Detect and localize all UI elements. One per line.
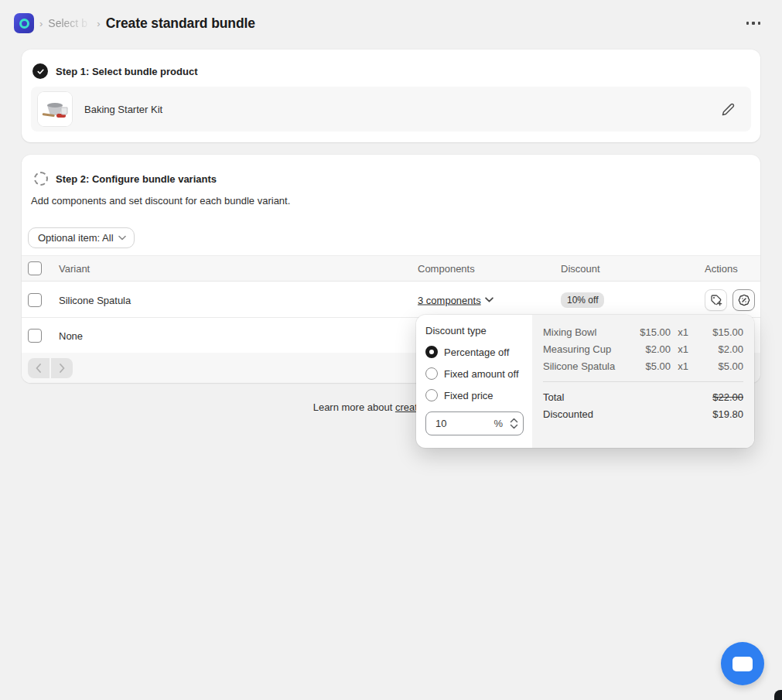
radio-icon (425, 389, 438, 401)
discounted-row: Discounted $19.80 (543, 405, 743, 422)
edit-product-button[interactable] (715, 97, 740, 121)
top-bar: › Select b › Create standard bundle (0, 0, 782, 46)
step2-subtitle: Add components and set discount for each… (31, 195, 290, 207)
discount-value-field: % (425, 411, 524, 435)
radio-fixed-price[interactable]: Fixed price (425, 389, 523, 401)
stepper-up-button[interactable] (510, 418, 518, 423)
app-screen: › Select b › Create standard bundle Step… (0, 0, 782, 700)
product-name: Baking Starter Kit (84, 104, 162, 115)
breadcrumb-parent[interactable]: Select b (48, 17, 91, 29)
chevron-down-icon (118, 235, 126, 241)
total-original-price: $22.00 (712, 391, 743, 403)
variant-name: Silicone Spatula (59, 294, 131, 306)
components-disclosure-link[interactable]: 3 components (418, 294, 493, 306)
optional-item-filter-button[interactable]: Optional item: All (28, 227, 135, 248)
next-page-button[interactable] (51, 358, 73, 378)
summary-divider (543, 381, 743, 382)
filter-label: Optional item: All (38, 232, 114, 244)
row-checkbox[interactable] (28, 293, 42, 307)
step2-header: Step 2: Configure bundle variants (34, 172, 217, 186)
summary-item-row: Measuring Cup $2.00 x1 $2.00 (543, 340, 743, 357)
radio-icon (425, 367, 438, 380)
radio-fixed-amount-off[interactable]: Fixed amount off (425, 367, 523, 380)
step-incomplete-icon (34, 172, 48, 186)
corner-widget-fragment (774, 690, 782, 700)
breadcrumb-separator-icon: › (39, 18, 43, 29)
chevron-down-icon (485, 297, 493, 303)
column-header-components[interactable]: Components (418, 263, 475, 275)
logo-ring-icon (19, 19, 29, 29)
step-complete-check-icon (32, 63, 48, 79)
column-header-variant[interactable]: Variant (59, 263, 90, 275)
stepper-down-button[interactable] (510, 424, 518, 429)
number-stepper (510, 418, 518, 429)
chevron-right-icon (59, 364, 65, 373)
more-actions-button[interactable] (742, 17, 766, 29)
badge-percent-icon (738, 294, 750, 306)
variant-name: None (59, 330, 83, 341)
page-title: Create standard bundle (106, 15, 255, 32)
step2-title: Step 2: Configure bundle variants (56, 173, 217, 185)
discount-popover: Discount type Percentage off Fixed amoun… (416, 315, 754, 448)
step1-header: Step 1: Select bundle product (32, 63, 197, 79)
chat-widget-button[interactable] (721, 642, 764, 685)
chat-bubble-icon (732, 657, 753, 671)
row-checkbox[interactable] (28, 329, 42, 343)
tag-plus-icon (710, 294, 722, 306)
discounted-price: $19.80 (712, 408, 743, 420)
discount-type-section: Discount type Percentage off Fixed amoun… (416, 315, 532, 448)
learn-more-prefix: Learn more about (313, 401, 395, 413)
summary-item-row: Mixing Bowl $15.00 x1 $15.00 (543, 323, 743, 340)
step1-title: Step 1: Select bundle product (56, 66, 197, 77)
add-component-button[interactable] (705, 289, 727, 311)
radio-percentage-off[interactable]: Percentage off (425, 346, 523, 358)
select-all-checkbox[interactable] (28, 261, 42, 275)
step1-card: Step 1: Select bundle product Baking Sta… (22, 50, 760, 142)
breadcrumb-separator-icon: › (97, 18, 100, 29)
selected-product-panel: Baking Starter Kit (31, 87, 751, 131)
discount-type-label: Discount type (425, 325, 523, 336)
price-summary-section: Mixing Bowl $15.00 x1 $15.00 Measuring C… (532, 315, 754, 448)
chevron-left-icon (36, 364, 42, 373)
summary-item-row: Silicone Spatula $5.00 x1 $5.00 (543, 357, 743, 374)
column-header-actions: Actions (705, 263, 738, 275)
product-thumbnail (38, 92, 72, 126)
previous-page-button[interactable] (28, 358, 50, 378)
app-logo-icon[interactable] (14, 13, 34, 33)
discount-value-input[interactable] (428, 418, 473, 429)
chevron-up-icon (510, 418, 518, 423)
percent-unit: % (493, 418, 503, 429)
total-row: Total $22.00 (543, 388, 743, 405)
pagination (28, 358, 73, 378)
discount-badge: 10% off (561, 292, 604, 308)
variants-table-header: Variant Components Discount Actions (22, 255, 760, 282)
pencil-icon (722, 103, 735, 116)
set-discount-button[interactable] (732, 289, 755, 311)
table-row: Silicone Spatula 3 components 10% off (22, 282, 760, 318)
radio-icon (425, 346, 438, 358)
column-header-discount[interactable]: Discount (561, 263, 600, 275)
chevron-down-icon (510, 424, 518, 429)
